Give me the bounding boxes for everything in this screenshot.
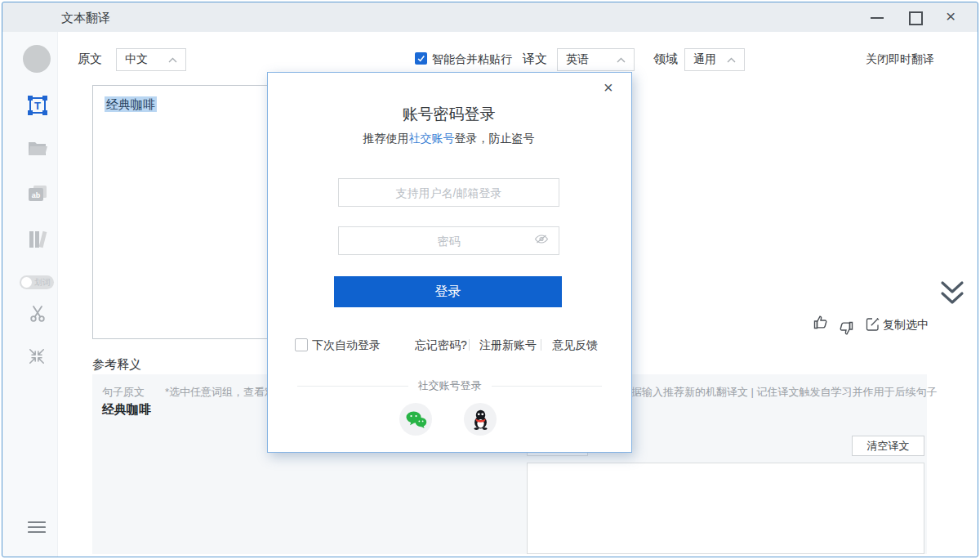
link-divider <box>541 339 541 351</box>
forgot-password-link[interactable]: 忘记密码? <box>415 338 467 353</box>
translator-app-window: 文本翻译 × T ab <box>0 0 980 559</box>
social-account-link[interactable]: 社交账号 <box>409 132 455 145</box>
menu-icon[interactable] <box>28 520 46 538</box>
reference-column-label: 句子原文 <box>102 385 145 400</box>
window-close-button[interactable]: × <box>946 7 956 25</box>
word-select-toggle[interactable]: 划词 <box>20 275 54 289</box>
auto-login-checkbox[interactable] <box>295 338 308 351</box>
check-icon <box>416 54 425 63</box>
reference-hint-left: *选中任意词组，查看对 <box>165 385 275 400</box>
thumbs-up-icon[interactable] <box>813 314 829 333</box>
source-lang-dropdown[interactable]: 中文 <box>116 48 186 71</box>
subtitle-suffix: 登录，防止盗号 <box>455 132 535 145</box>
login-button[interactable]: 登录 <box>334 276 562 307</box>
collapse-icon[interactable] <box>28 347 46 369</box>
source-lang-label: 原文 <box>78 51 102 67</box>
auto-login-label[interactable]: 下次自动登录 <box>312 338 381 353</box>
title-bar[interactable] <box>2 2 978 32</box>
text-translate-tool-icon[interactable]: T <box>27 95 48 119</box>
selected-source-text[interactable]: 经典咖啡 <box>105 96 157 112</box>
chevron-up-icon <box>617 57 626 63</box>
toggle-knob <box>21 277 32 288</box>
username-input[interactable] <box>338 178 559 207</box>
scissors-icon[interactable] <box>28 304 47 327</box>
modal-title: 账号密码登录 <box>268 104 630 125</box>
link-divider <box>469 339 470 351</box>
domain-value: 通用 <box>693 52 716 67</box>
divider-line <box>297 386 408 387</box>
merge-paste-label[interactable]: 智能合并粘贴行 <box>432 52 512 67</box>
show-password-eye-icon[interactable] <box>534 233 549 248</box>
social-login-label: 社交账号登录 <box>408 378 492 393</box>
reference-sentence[interactable]: 经典咖啡 <box>102 402 151 418</box>
password-input[interactable] <box>338 226 559 255</box>
copy-edit-icon[interactable] <box>866 317 880 334</box>
avatar[interactable] <box>23 45 51 73</box>
login-modal: × 账号密码登录 推荐使用社交账号登录，防止盗号 登录 下次自动登录 忘记密码?… <box>267 72 632 453</box>
subtitle-prefix: 推荐使用 <box>363 132 409 145</box>
social-login-divider: 社交账号登录 <box>297 378 602 393</box>
merge-paste-checkbox[interactable] <box>415 52 427 65</box>
clear-translation-button[interactable]: 清空译文 <box>852 436 924 456</box>
feedback-link[interactable]: 意见反馈 <box>552 338 598 353</box>
maximize-button[interactable] <box>909 11 923 25</box>
dictionary-icon[interactable]: ab <box>28 185 47 206</box>
svg-text:ab: ab <box>32 191 41 199</box>
expand-more-icon[interactable] <box>938 278 967 312</box>
target-lang-label: 译文 <box>523 51 547 67</box>
toggle-label: 划词 <box>34 277 51 288</box>
copy-selected-button[interactable]: 复制选中 <box>883 318 929 333</box>
target-lang-dropdown[interactable]: 英语 <box>557 48 635 71</box>
domain-dropdown[interactable]: 通用 <box>684 48 745 71</box>
register-link[interactable]: 注册新账号 <box>479 338 537 353</box>
thumbs-down-icon[interactable] <box>838 317 854 337</box>
domain-label: 领域 <box>653 51 678 67</box>
source-lang-value: 中文 <box>125 52 148 67</box>
instant-translate-toggle-link[interactable]: 关闭即时翻译 <box>866 52 934 67</box>
target-lang-value: 英语 <box>566 52 589 67</box>
chevron-up-icon <box>168 57 177 63</box>
library-icon[interactable] <box>28 230 47 253</box>
reference-hint-right: 据输入推荐新的机翻译文 | 记住译文触发自学习并作用于后续句子 <box>631 385 938 400</box>
folder-icon[interactable] <box>28 141 47 160</box>
wechat-login-icon[interactable] <box>399 403 432 436</box>
svg-text:T: T <box>34 100 41 112</box>
minimize-button[interactable] <box>871 17 884 19</box>
qq-login-icon[interactable] <box>464 403 497 436</box>
reference-title: 参考释义 <box>92 357 141 373</box>
chevron-up-icon <box>727 57 736 63</box>
translation-edit-box[interactable] <box>527 463 924 554</box>
window-title: 文本翻译 <box>61 11 110 26</box>
divider-line <box>492 386 603 387</box>
modal-subtitle: 推荐使用社交账号登录，防止盗号 <box>268 132 630 146</box>
modal-close-icon[interactable]: × <box>604 79 613 96</box>
